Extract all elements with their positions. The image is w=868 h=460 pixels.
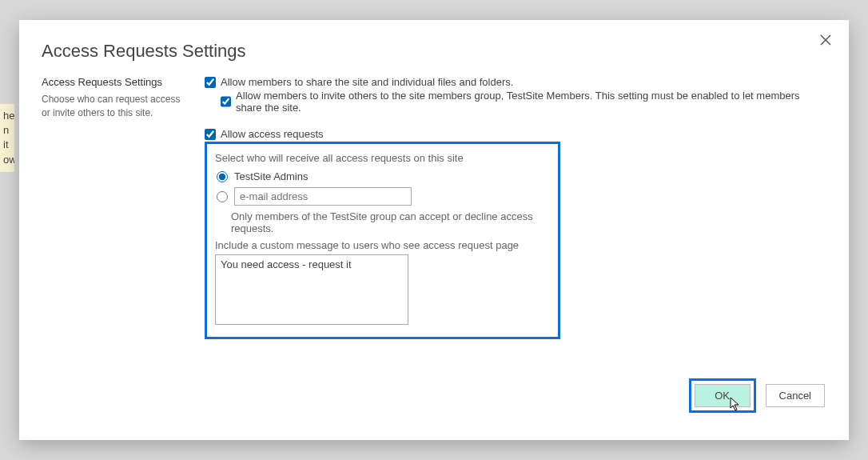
dialog-title: Access Requests Settings xyxy=(42,41,826,62)
access-note: Only members of the TestSite group can a… xyxy=(231,210,550,234)
custom-message-label: Include a custom message to users who se… xyxy=(215,239,550,251)
allow-invite-label: Allow members to invite others to the si… xyxy=(236,90,826,114)
allow-invite-checkbox[interactable] xyxy=(221,96,231,107)
receiver-email-radio[interactable] xyxy=(217,191,228,202)
bg-line: ow xyxy=(3,153,11,167)
select-receiver-label: Select who will receive all access reque… xyxy=(215,152,550,164)
bg-line: her xyxy=(3,109,11,123)
settings-description: Choose who can request access or invite … xyxy=(42,93,185,120)
allow-access-requests-checkbox[interactable] xyxy=(205,129,216,140)
receiver-admins-radio[interactable] xyxy=(217,171,228,182)
dialog-footer: OK Cancel xyxy=(689,378,825,413)
allow-share-checkbox[interactable] xyxy=(205,77,216,88)
settings-form: Allow members to share the site and indi… xyxy=(205,76,826,339)
receiver-admins-label: TestSite Admins xyxy=(234,170,309,182)
settings-subtitle: Access Requests Settings xyxy=(42,76,185,88)
custom-message-textarea[interactable] xyxy=(215,254,408,325)
bg-line: n it xyxy=(3,123,11,152)
ok-button[interactable]: OK xyxy=(695,384,751,407)
close-icon[interactable] xyxy=(820,34,831,49)
background-notice: her n it ow xyxy=(0,104,14,172)
allow-access-requests-label: Allow access requests xyxy=(221,128,324,140)
access-requests-highlight: Select who will receive all access reque… xyxy=(205,142,560,339)
receiver-email-input[interactable] xyxy=(234,187,412,206)
allow-share-label: Allow members to share the site and indi… xyxy=(221,76,513,88)
access-requests-dialog: Access Requests Settings Access Requests… xyxy=(19,20,849,440)
cancel-button[interactable]: Cancel xyxy=(766,384,825,407)
ok-button-highlight: OK xyxy=(689,378,756,413)
settings-description-panel: Access Requests Settings Choose who can … xyxy=(42,76,185,339)
